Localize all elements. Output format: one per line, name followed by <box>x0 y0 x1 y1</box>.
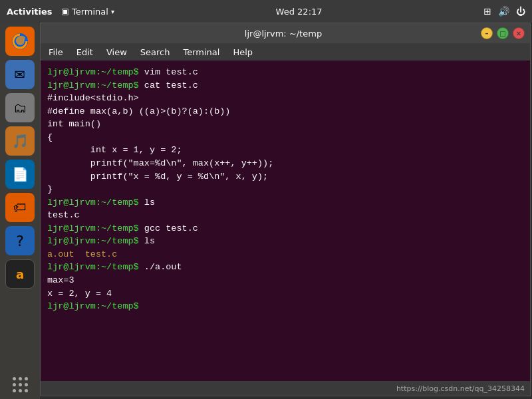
terminal-dropdown-icon[interactable]: ▾ <box>111 8 114 15</box>
terminal-indicator-label: Terminal <box>72 7 108 17</box>
terminal-prompt: ljr@ljrvm:~/temp$ <box>47 236 144 246</box>
window-title: ljr@ljrvm: ~/temp <box>86 29 481 39</box>
terminal-line: ljr@ljrvm:~/temp$ vim test.c <box>47 66 523 79</box>
system-bar-right: ⊞ 🔊 ⏻ <box>483 6 525 17</box>
url-text: https://blog.csdn.net/qq_34258344 <box>396 384 525 393</box>
terminal-output-text: { <box>47 132 53 142</box>
terminal-prompt: ljr@ljrvm:~/temp$ <box>47 262 144 272</box>
sidebar-item-rhythmbox[interactable]: 🎵 <box>5 126 35 156</box>
terminal-command: vim test.c <box>144 67 198 77</box>
terminal-output-text: printf("max=%d\n", max(x++, y++)); <box>47 158 273 168</box>
terminal-output-text: #define max(a,b) ((a)>(b)?(a):(b)) <box>47 106 230 116</box>
dot <box>25 383 28 386</box>
terminal-line: test.c <box>47 209 523 222</box>
terminal-command: ./a.out <box>144 262 182 272</box>
terminal-output[interactable]: ljr@ljrvm:~/temp$ vim test.cljr@ljrvm:~/… <box>41 61 530 381</box>
dot <box>19 383 22 386</box>
terminal-prompt: ljr@ljrvm:~/temp$ <box>47 223 144 233</box>
terminal-line: x = 2, y = 4 <box>47 287 523 301</box>
terminal-line: ljr@ljrvm:~/temp$ <box>47 300 523 313</box>
dots-row-1 <box>13 377 28 380</box>
terminal-window: ljr@ljrvm: ~/temp – □ ✕ File Edit View S… <box>40 23 531 396</box>
sidebar: ✉ 🗂 🎵 📄 🏷 ? a <box>0 23 40 399</box>
terminal-prompt: ljr@ljrvm:~/temp$ <box>47 67 144 77</box>
system-bar-datetime: Wed 22:17 <box>276 7 323 17</box>
menu-view[interactable]: View <box>101 46 132 59</box>
minimize-button[interactable]: – <box>481 27 493 39</box>
dot <box>19 377 22 380</box>
terminal-line: ljr@ljrvm:~/temp$ cat test.c <box>47 79 523 92</box>
dots-row-2 <box>13 383 28 386</box>
terminal-line: #define max(a,b) ((a)>(b)?(a):(b)) <box>47 105 523 118</box>
network-icon[interactable]: ⊞ <box>483 6 491 17</box>
dots-row-3 <box>13 389 28 392</box>
menu-file[interactable]: File <box>43 46 68 59</box>
terminal-output-text: int main() <box>47 119 101 129</box>
terminal-indicator[interactable]: ▣ Terminal ▾ <box>62 7 114 17</box>
terminal-output-text: #include<stdio.h> <box>47 93 139 103</box>
sidebar-show-apps[interactable] <box>13 377 28 392</box>
terminal-line: int x = 1, y = 2; <box>47 144 523 157</box>
terminal-output-text: max=3 <box>47 275 74 285</box>
terminal-line: printf("x = %d, y = %d\n", x, y); <box>47 170 523 184</box>
menu-bar: File Edit View Search Terminal Help <box>41 43 530 61</box>
terminal-icon: ▣ <box>62 7 69 16</box>
terminal-prompt: ljr@ljrvm:~/temp$ <box>47 198 144 207</box>
terminal-prompt: ljr@ljrvm:~/temp$ <box>47 80 144 90</box>
terminal-output-text: printf("x = %d, y = %d\n", x, y); <box>47 172 268 182</box>
terminal-output-text: test.c <box>47 210 80 220</box>
menu-edit[interactable]: Edit <box>71 46 98 59</box>
dot <box>25 377 28 380</box>
terminal-line: } <box>47 183 523 196</box>
terminal-output-text: a.out test.c <box>47 249 117 259</box>
menu-terminal[interactable]: Terminal <box>178 46 225 59</box>
terminal-output-text: int x = 1, y = 2; <box>47 145 182 155</box>
window-controls: – □ ✕ <box>481 27 525 39</box>
menu-search[interactable]: Search <box>135 46 176 59</box>
terminal-command: ls <box>144 198 155 207</box>
terminal-line: #include<stdio.h> <box>47 92 523 105</box>
power-icon[interactable]: ⏻ <box>516 6 525 17</box>
terminal-line: printf("max=%d\n", max(x++, y++)); <box>47 157 523 170</box>
url-bar: https://blog.csdn.net/qq_34258344 <box>41 381 530 396</box>
title-bar: ljr@ljrvm: ~/temp – □ ✕ <box>41 23 530 43</box>
close-button[interactable]: ✕ <box>513 27 525 39</box>
terminal-output-text: } <box>47 184 53 194</box>
terminal-prompt: ljr@ljrvm:~/temp$ <box>47 301 144 311</box>
terminal-output-text: x = 2, y = 4 <box>47 289 112 299</box>
maximize-button[interactable]: □ <box>497 27 509 39</box>
sidebar-item-firefox[interactable] <box>5 27 35 56</box>
sidebar-item-email[interactable]: ✉ <box>5 60 35 89</box>
system-bar: Activities ▣ Terminal ▾ Wed 22:17 ⊞ 🔊 ⏻ <box>0 0 532 23</box>
terminal-line: ljr@ljrvm:~/temp$ ls <box>47 196 523 209</box>
sidebar-item-software-center[interactable]: 🏷 <box>5 193 35 222</box>
terminal-line: a.out test.c <box>47 248 523 261</box>
terminal-line: ljr@ljrvm:~/temp$ ./a.out <box>47 261 523 274</box>
terminal-command: gcc test.c <box>144 223 198 233</box>
dot <box>13 383 16 386</box>
system-bar-left: Activities ▣ Terminal ▾ <box>7 7 114 17</box>
terminal-command: ls <box>144 236 155 246</box>
dot <box>13 389 16 392</box>
dot <box>19 389 22 392</box>
terminal-command: cat test.c <box>144 80 198 90</box>
sidebar-item-amazon[interactable]: a <box>5 259 35 289</box>
terminal-line: max=3 <box>47 274 523 287</box>
sidebar-item-writer[interactable]: 📄 <box>5 160 35 189</box>
terminal-line: ljr@ljrvm:~/temp$ ls <box>47 235 523 248</box>
sidebar-item-help[interactable]: ? <box>5 226 35 255</box>
dot <box>25 389 28 392</box>
menu-help[interactable]: Help <box>227 46 258 59</box>
volume-icon[interactable]: 🔊 <box>498 6 509 17</box>
sidebar-item-files[interactable]: 🗂 <box>5 93 35 122</box>
terminal-line: { <box>47 131 523 144</box>
terminal-line: ljr@ljrvm:~/temp$ gcc test.c <box>47 222 523 235</box>
activities-button[interactable]: Activities <box>7 7 53 17</box>
dot <box>13 377 16 380</box>
terminal-line: int main() <box>47 118 523 131</box>
